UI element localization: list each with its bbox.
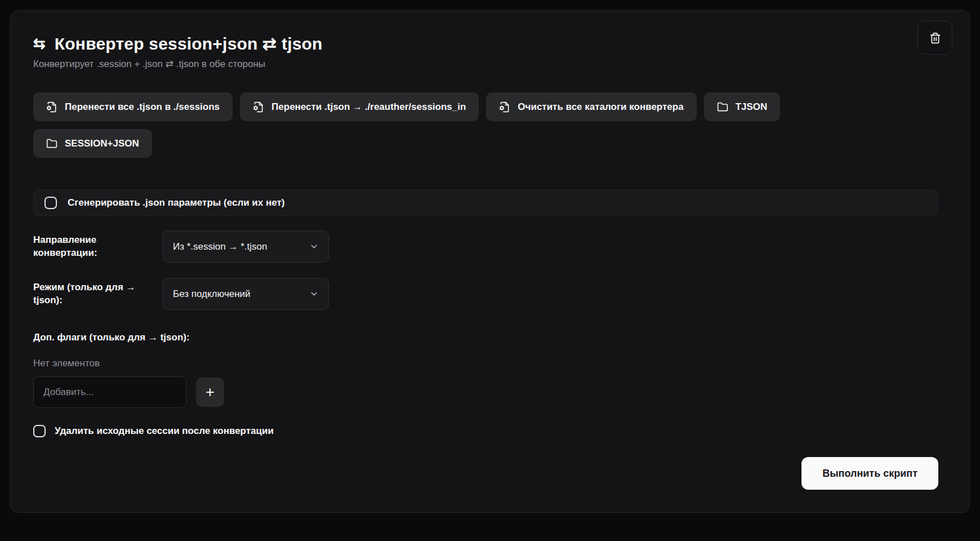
- chevron-down-icon: [309, 289, 319, 299]
- mode-selected-value: Без подключений: [173, 289, 251, 300]
- folder-icon: [717, 101, 728, 113]
- direction-select[interactable]: Из *.session → *.tjson: [162, 230, 329, 263]
- page-title: Конвертер session+json ⇄ tjson: [55, 34, 323, 54]
- flags-empty-text: Нет элементов: [33, 358, 938, 369]
- delete-sources-label: Удалить исходные сессии после конвертаци…: [55, 425, 274, 437]
- folder-icon: [46, 138, 57, 149]
- direction-selected-value: Из *.session → *.tjson: [173, 241, 267, 252]
- toolbar-row-1: Перенести все .tjson в ./sessions Перене…: [33, 92, 947, 121]
- trash-icon: [929, 32, 941, 44]
- button-label: SESSION+JSON: [65, 138, 139, 149]
- move-tjson-to-reauther-button[interactable]: Перенести .tjson → ./reauther/sessions_i…: [240, 92, 479, 121]
- run-script-button[interactable]: Выполнить скрипт: [801, 457, 938, 490]
- trash-button[interactable]: [917, 21, 952, 55]
- toolbar: Перенести все .tjson в ./sessions Перене…: [33, 92, 947, 158]
- toolbar-row-2: SESSION+JSON: [33, 129, 947, 158]
- open-session-json-folder-button[interactable]: SESSION+JSON: [33, 129, 152, 158]
- form-content: Сгенерировать .json параметры (если их н…: [33, 189, 938, 490]
- plus-icon: +: [206, 385, 215, 400]
- flags-label: Доп. флаги (только для → tjson):: [33, 332, 938, 345]
- clear-converter-dirs-button[interactable]: Очистить все каталоги конвертера: [486, 92, 696, 121]
- add-flag-row: +: [33, 376, 938, 408]
- mode-select[interactable]: Без подключений: [162, 278, 329, 310]
- file-cog-icon: [499, 101, 510, 113]
- delete-sources-checkbox[interactable]: [33, 425, 46, 437]
- open-tjson-folder-button[interactable]: TJSON: [704, 92, 781, 121]
- generate-json-label: Сгенерировать .json параметры (если их н…: [68, 197, 284, 209]
- generate-json-checkbox[interactable]: [44, 197, 57, 209]
- generate-json-checkbox-row[interactable]: Сгенерировать .json параметры (если их н…: [33, 189, 938, 216]
- page-subtitle: Конвертирует .session + .json ⇄ .tjson в…: [33, 58, 947, 70]
- button-label: Перенести .tjson → ./reauther/sessions_i…: [271, 101, 466, 113]
- swap-arrows-icon: ⇆: [33, 36, 46, 51]
- mode-row: Режим (только для → tjson): Без подключе…: [33, 278, 938, 310]
- button-label: Перенести все .tjson в ./sessions: [65, 101, 220, 113]
- header: ⇆ Конвертер session+json ⇄ tjson Конверт…: [33, 32, 947, 70]
- direction-label: Направление конвертации:: [33, 234, 162, 260]
- chevron-down-icon: [309, 242, 319, 251]
- file-cog-icon: [253, 101, 264, 113]
- move-tjson-to-sessions-button[interactable]: Перенести все .tjson в ./sessions: [33, 92, 233, 121]
- button-label: TJSON: [736, 101, 768, 113]
- button-label: Очистить все каталоги конвертера: [518, 101, 683, 113]
- run-row: Выполнить скрипт: [33, 457, 938, 490]
- add-flag-button[interactable]: +: [196, 378, 224, 407]
- delete-sources-checkbox-row[interactable]: Удалить исходные сессии после конвертаци…: [33, 424, 938, 438]
- flag-input[interactable]: [33, 376, 186, 408]
- converter-card: ⇆ Конвертер session+json ⇄ tjson Конверт…: [10, 10, 970, 513]
- file-cog-icon: [46, 101, 57, 113]
- mode-label: Режим (только для → tjson):: [33, 281, 162, 307]
- direction-row: Направление конвертации: Из *.session → …: [33, 230, 938, 263]
